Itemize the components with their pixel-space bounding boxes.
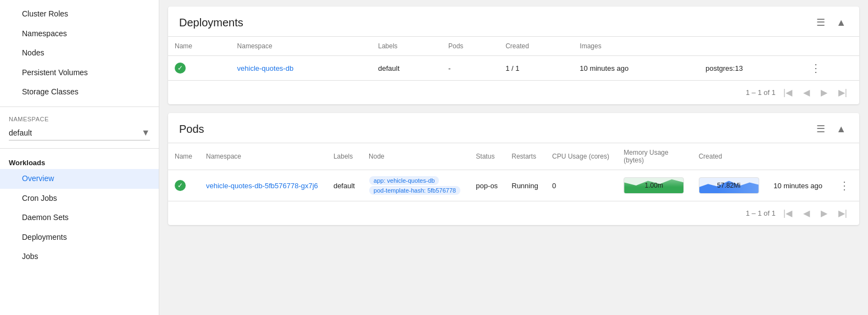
three-dot-menu-icon[interactable]: ⋮: [808, 60, 824, 76]
deployments-title: Deployments: [179, 16, 814, 29]
deployment-images: postgres:13: [699, 56, 801, 81]
pods-pagination-text: 1 – 1 of 1: [745, 209, 775, 217]
sidebar-item-overview[interactable]: Overview: [0, 169, 159, 189]
sidebar-item-nodes[interactable]: Nodes: [0, 43, 159, 63]
label-chip: pod-template-hash: 5fb576778: [369, 186, 460, 195]
deployments-header-icons: ☰ ▲: [814, 14, 848, 31]
pods-col-created: Created: [692, 143, 767, 170]
deployment-namespace: default: [371, 56, 442, 81]
sidebar-item-deployments[interactable]: Deployments: [0, 228, 159, 248]
col-images: Images: [573, 37, 699, 56]
deployment-labels: -: [442, 56, 499, 81]
filter-icon[interactable]: ☰: [814, 14, 827, 31]
deployments-last-page[interactable]: ▶|: [835, 85, 850, 100]
pods-col-cpu-usage-cores-: CPU Usage (cores): [546, 143, 617, 170]
pods-next-page[interactable]: ▶: [817, 206, 831, 221]
status-cell: ✓: [168, 56, 231, 81]
pod-three-dot-menu-icon[interactable]: ⋮: [837, 177, 852, 194]
pods-col-restarts: Restarts: [505, 143, 546, 170]
pod-status-cell: ✓: [168, 170, 199, 201]
pods-col-status: Status: [469, 143, 505, 170]
pods-col-node: Node: [362, 143, 469, 170]
pods-table-wrap: NameNamespaceLabelsNodeStatusRestartsCPU…: [168, 143, 859, 201]
namespace-selector[interactable]: default ▼: [0, 125, 159, 144]
pods-header-icons: ☰ ▲: [814, 121, 848, 137]
pod-actions[interactable]: ⋮: [830, 170, 859, 201]
table-row: ✓vehicle-quotes-dbdefault-1 / 110 minute…: [168, 56, 859, 81]
sidebar-divider: [0, 106, 159, 107]
pod-memory-usage: 57.82Mi: [692, 170, 767, 201]
pods-last-page[interactable]: ▶|: [835, 206, 850, 221]
deployments-pagination: 1 – 1 of 1 |◀ ◀ ▶ ▶|: [168, 80, 859, 104]
pod-status-ok-icon: ✓: [175, 180, 186, 191]
deployments-first-page[interactable]: |◀: [780, 85, 795, 100]
deployments-card: Deployments ☰ ▲ NameNamespaceLabelsPodsC…: [168, 7, 859, 104]
pod-namespace: default: [327, 170, 362, 201]
mem-value: 57.82Mi: [699, 182, 759, 189]
sidebar-item-persistent-volumes[interactable]: Persistent Volumes: [0, 63, 159, 83]
table-row: ✓vehicle-quotes-db-5fb576778-gx7j6defaul…: [168, 170, 859, 201]
pods-col-name: Name: [168, 143, 199, 170]
pods-prev-page[interactable]: ◀: [800, 206, 813, 221]
pods-table: NameNamespaceLabelsNodeStatusRestartsCPU…: [168, 143, 859, 201]
pods-pagination: 1 – 1 of 1 |◀ ◀ ▶ ▶|: [168, 201, 859, 225]
pods-col-actions: [767, 143, 830, 170]
sidebar: Cluster RolesNamespacesNodesPersistent V…: [0, 0, 159, 315]
status-ok-icon: ✓: [175, 63, 186, 74]
pods-col-memory-usage-bytes-: Memory Usage(bytes): [617, 143, 692, 170]
namespace-value: default: [9, 128, 141, 137]
deployment-name[interactable]: vehicle-quotes-db: [231, 56, 372, 81]
pod-cpu-usage: 1.00m: [617, 170, 692, 201]
deployment-pods: 1 / 1: [499, 56, 573, 81]
col-namespace: Namespace: [231, 37, 372, 56]
deployment-created: 10 minutes ago: [573, 56, 699, 81]
workloads-label: Workloads: [0, 153, 159, 169]
collapse-icon[interactable]: ▲: [834, 15, 848, 31]
deployments-pagination-text: 1 – 1 of 1: [745, 88, 775, 97]
pods-collapse-icon[interactable]: ▲: [834, 121, 848, 137]
col-actions: [699, 37, 801, 56]
deployments-card-header: Deployments ☰ ▲: [168, 7, 859, 37]
sidebar-item-cron-jobs[interactable]: Cron Jobs: [0, 189, 159, 209]
pod-restarts: 0: [546, 170, 617, 201]
deployments-table: NameNamespaceLabelsPodsCreatedImages ✓ve…: [168, 37, 859, 80]
deployment-actions[interactable]: ⋮: [802, 56, 859, 81]
pods-card: Pods ☰ ▲ NameNamespaceLabelsNodeStatusRe…: [168, 113, 859, 225]
sidebar-item-daemon-sets[interactable]: Daemon Sets: [0, 208, 159, 228]
pods-col-labels: Labels: [327, 143, 362, 170]
col-created: Created: [499, 37, 573, 56]
sidebar-item-storage-classes[interactable]: Storage Classes: [0, 82, 159, 102]
label-chip: app: vehicle-quotes-db: [369, 176, 439, 185]
pods-filter-icon[interactable]: ☰: [814, 121, 827, 137]
pods-card-header: Pods ☰ ▲: [168, 113, 859, 143]
col-labels: Labels: [371, 37, 442, 56]
sidebar-item-cluster-roles[interactable]: Cluster Roles: [0, 4, 159, 24]
cpu-value: 1.00m: [624, 182, 683, 189]
deployments-prev-page[interactable]: ◀: [800, 85, 813, 100]
sidebar-item-namespaces[interactable]: Namespaces: [0, 24, 159, 44]
pod-labels: app: vehicle-quotes-dbpod-template-hash:…: [362, 170, 469, 201]
pods-col-namespace: Namespace: [199, 143, 327, 170]
pod-name[interactable]: vehicle-quotes-db-5fb576778-gx7j6: [199, 170, 327, 201]
chevron-down-icon: ▼: [141, 128, 150, 138]
pods-first-page[interactable]: |◀: [780, 206, 795, 221]
deployments-table-wrap: NameNamespaceLabelsPodsCreatedImages ✓ve…: [168, 37, 859, 80]
pod-running-status: Running: [505, 170, 546, 201]
pod-node: pop-os: [469, 170, 505, 201]
pod-created: 10 minutes ago: [767, 170, 830, 201]
col-pods: Pods: [442, 37, 499, 56]
col-name: Name: [168, 37, 231, 56]
sidebar-divider-2: [0, 148, 159, 149]
sidebar-item-jobs[interactable]: Jobs: [0, 247, 159, 267]
deployments-next-page[interactable]: ▶: [817, 85, 831, 100]
main-content: Deployments ☰ ▲ NameNamespaceLabelsPodsC…: [159, 0, 868, 315]
pods-title: Pods: [179, 123, 814, 136]
namespace-label: Namespace: [0, 111, 159, 125]
